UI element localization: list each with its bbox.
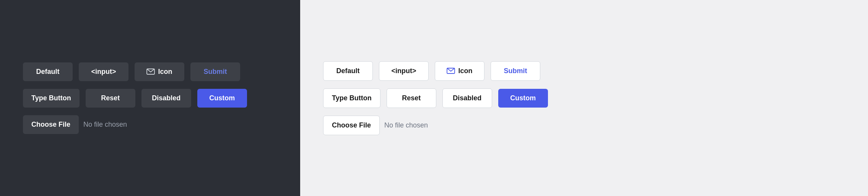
dark-row-1: Default <input> Icon Submit <box>23 62 240 81</box>
light-default-button[interactable]: Default <box>323 61 373 81</box>
dark-input-button[interactable]: <input> <box>79 62 128 81</box>
dark-panel: Default <input> Icon Submit Type Button … <box>0 0 300 196</box>
light-input-button[interactable]: <input> <box>379 61 429 81</box>
light-row-1: Default <input> Icon Submit <box>323 61 540 81</box>
light-icon-label: Icon <box>458 67 472 75</box>
dark-typebutton-button[interactable]: Type Button <box>23 89 80 108</box>
dark-custom-button[interactable]: Custom <box>197 89 247 108</box>
dark-reset-button[interactable]: Reset <box>86 89 135 108</box>
light-submit-button[interactable]: Submit <box>491 61 540 81</box>
light-panel: Default <input> Icon Submit Type Button … <box>300 0 868 196</box>
light-disabled-button[interactable]: Disabled <box>442 88 492 108</box>
light-choose-file-button[interactable]: Choose File <box>323 116 380 135</box>
dark-submit-button[interactable]: Submit <box>190 62 240 81</box>
light-reset-button[interactable]: Reset <box>387 88 436 108</box>
light-row-2: Type Button Reset Disabled Custom <box>323 88 548 108</box>
light-typebutton-button[interactable]: Type Button <box>323 88 380 108</box>
mail-icon <box>146 69 155 75</box>
dark-row-2: Type Button Reset Disabled Custom <box>23 89 247 108</box>
dark-no-file-text: No file chosen <box>83 121 127 129</box>
dark-choose-file-button[interactable]: Choose File <box>23 115 79 134</box>
dark-disabled-button[interactable]: Disabled <box>141 89 191 108</box>
light-icon-button[interactable]: Icon <box>435 61 484 81</box>
dark-default-button[interactable]: Default <box>23 62 73 81</box>
dark-icon-label: Icon <box>158 68 172 76</box>
light-custom-button[interactable]: Custom <box>498 89 548 108</box>
mail-icon-light <box>447 68 455 74</box>
dark-icon-button[interactable]: Icon <box>135 62 184 81</box>
light-file-row: Choose File No file chosen <box>323 116 428 135</box>
light-no-file-text: No file chosen <box>384 121 428 129</box>
dark-file-row: Choose File No file chosen <box>23 115 127 134</box>
